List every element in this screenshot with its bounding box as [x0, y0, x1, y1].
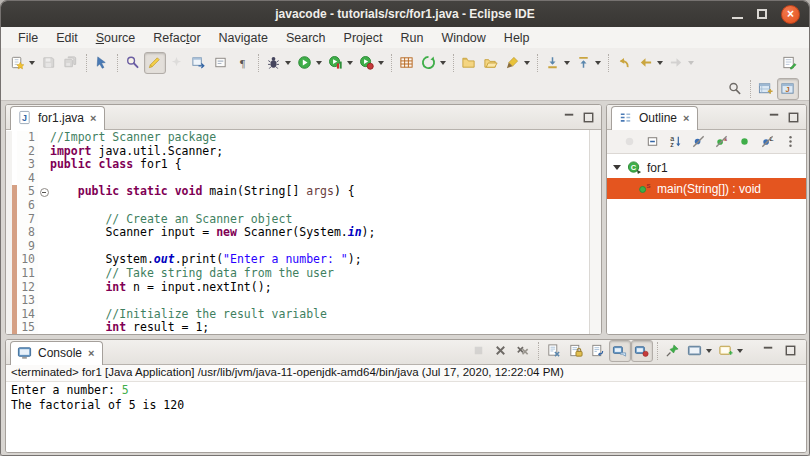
menu-item-navigate[interactable]: Navigate: [210, 29, 277, 47]
fold-marker: [38, 253, 50, 267]
remove-launch-button[interactable]: [490, 340, 512, 362]
line-number: 6: [17, 199, 38, 213]
toolbar-separator: [453, 54, 454, 72]
overview-ruler[interactable]: [589, 130, 601, 334]
menu-item-run[interactable]: Run: [391, 29, 432, 47]
menu-item-search[interactable]: Search: [277, 29, 335, 47]
svg-text:C: C: [631, 162, 637, 171]
menu-item-window[interactable]: Window: [432, 29, 494, 47]
close-window-button[interactable]: ×: [781, 5, 800, 24]
save-button[interactable]: [38, 52, 60, 74]
table-grid-button[interactable]: [396, 52, 418, 74]
menu-item-help[interactable]: Help: [495, 29, 539, 47]
mark-occurrences-button[interactable]: [144, 52, 166, 74]
save-icon: [41, 55, 57, 71]
next-annotation-button[interactable]: [542, 52, 573, 74]
dropdown-arrow-icon: [737, 349, 743, 353]
open-folder-button[interactable]: [458, 52, 480, 74]
maximize-panel-button[interactable]: [780, 340, 802, 362]
minimize-outline-button[interactable]: [766, 109, 782, 125]
outline-node-label: main(String[]) : void: [657, 182, 761, 196]
new-button[interactable]: [7, 52, 38, 74]
open-type-button[interactable]: [188, 52, 210, 74]
open-perspective-button[interactable]: [755, 78, 777, 100]
last-edit-location-button[interactable]: [613, 52, 635, 74]
tab-console[interactable]: Console ×: [10, 341, 103, 365]
show-on-stderr-button[interactable]: [631, 340, 653, 362]
view-menu-button[interactable]: [780, 131, 802, 153]
java-perspective-button[interactable]: J: [777, 78, 799, 100]
menu-item-edit[interactable]: Edit: [47, 29, 87, 47]
next-annotation-icon: [545, 55, 561, 71]
sort-button[interactable]: az: [665, 131, 687, 153]
toolbar-separator: [391, 54, 392, 72]
hide-non-public-button[interactable]: [734, 131, 756, 153]
fold-marker: [38, 158, 50, 172]
code-area[interactable]: 1//Import Scanner package2import java.ut…: [6, 130, 589, 334]
debug-button[interactable]: [263, 52, 294, 74]
code-text: System.out.print("Enter a number: ");: [50, 253, 362, 267]
dropdown-arrow-icon: [524, 61, 530, 65]
pin-console-button[interactable]: [662, 340, 684, 362]
display-console-button[interactable]: [684, 340, 715, 362]
update-refresh-button[interactable]: [418, 52, 449, 74]
open-folder-alt-button[interactable]: [480, 52, 502, 74]
maximize-outline-button[interactable]: [785, 109, 801, 125]
show-on-stdout-button[interactable]: [609, 340, 631, 362]
new-editor-window-button[interactable]: [779, 52, 801, 74]
coverage-button[interactable]: [325, 52, 356, 74]
minimize-window-button[interactable]: [732, 10, 743, 19]
console-output[interactable]: Enter a number: 5The factorial of 5 is 1…: [6, 382, 806, 452]
minimize-icon: [732, 17, 743, 19]
hide-local-types-button[interactable]: L: [757, 131, 779, 153]
hide-static-members-button[interactable]: s: [711, 131, 733, 153]
maximize-editor-button[interactable]: [580, 109, 596, 125]
forward-button[interactable]: [666, 52, 697, 74]
save-all-button[interactable]: [60, 52, 82, 74]
collapse-all-button[interactable]: [642, 131, 664, 153]
outline-node-for1[interactable]: Cfor1: [607, 157, 806, 178]
search-quick-button[interactable]: [724, 78, 746, 100]
line-number: 11: [17, 267, 38, 281]
outline-node-main-string-void[interactable]: Smain(String[]) : void: [607, 178, 806, 199]
close-icon: ×: [787, 8, 794, 20]
fold-marker[interactable]: [38, 185, 50, 199]
tab-for1-java[interactable]: J for1.java ×: [10, 106, 105, 130]
menu-item-project[interactable]: Project: [335, 29, 392, 47]
scroll-lock-button[interactable]: [565, 340, 587, 362]
svg-text:J: J: [22, 113, 27, 123]
menu-item-source[interactable]: Source: [87, 29, 145, 47]
block-selection-button[interactable]: [210, 52, 232, 74]
hide-fields-button[interactable]: [688, 131, 710, 153]
clear-console-button[interactable]: [543, 340, 565, 362]
menu-item-refactor[interactable]: Refactor: [144, 29, 209, 47]
run-button[interactable]: [294, 52, 325, 74]
editor-tab-controls: [561, 109, 601, 129]
code-line: 11 // Take string data from the user: [6, 267, 589, 281]
format-brush-button[interactable]: [502, 52, 533, 74]
display-console-icon: [687, 343, 703, 359]
outline-node-label: for1: [647, 161, 668, 175]
previous-annotation-button[interactable]: [573, 52, 604, 74]
minimize-panel-button[interactable]: [758, 340, 780, 362]
maximize-window-button[interactable]: [757, 9, 767, 19]
tab-close-icon[interactable]: ×: [90, 112, 96, 124]
word-wrap-button[interactable]: [587, 340, 609, 362]
tab-outline[interactable]: Outline ×: [611, 106, 698, 130]
open-console-button[interactable]: [715, 340, 746, 362]
search-button[interactable]: [122, 52, 144, 74]
back-button[interactable]: [635, 52, 666, 74]
remove-all-launches-button[interactable]: [512, 340, 534, 362]
sparkle-button[interactable]: [166, 52, 188, 74]
minimize-editor-button[interactable]: [561, 109, 577, 125]
coverage-icon: [328, 55, 344, 71]
profile-button[interactable]: [356, 52, 387, 74]
link-with-editor-button[interactable]: [91, 52, 113, 74]
focus-button[interactable]: [619, 131, 641, 153]
terminate-button[interactable]: [468, 340, 490, 362]
show-whitespace-button[interactable]: ¶: [232, 52, 254, 74]
menu-item-file[interactable]: File: [9, 29, 47, 47]
tab-close-icon[interactable]: ×: [683, 112, 689, 124]
tab-close-icon[interactable]: ×: [88, 347, 94, 359]
expand-arrow-icon[interactable]: [613, 165, 621, 170]
